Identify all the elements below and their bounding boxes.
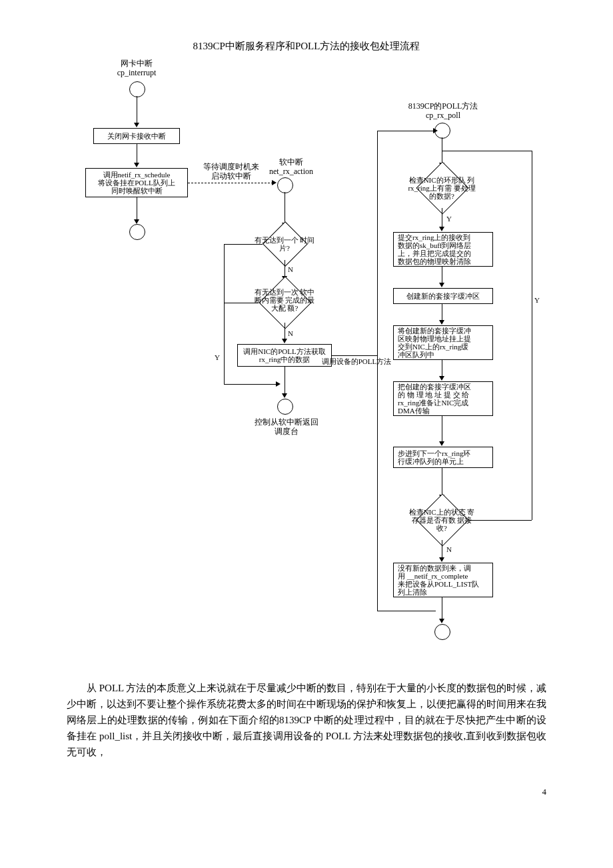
box-submit-rx-ring: 提交rx_ring上的接收到 数据的sk_buff到网络层 上，并且把完成提交的… bbox=[393, 232, 493, 267]
diamond-check-status: 检查NIC上的状态 寄存器是否有数 据接收? bbox=[413, 500, 470, 540]
connector-dashed bbox=[188, 183, 273, 183]
label-text: 网卡中断 bbox=[121, 59, 153, 68]
flowchart-diagram: 8139CP中断服务程序和POLL方法的接收包处理流程 网卡中断 cp_inte… bbox=[67, 40, 546, 667]
edge-y: Y bbox=[215, 353, 220, 361]
label-func: cp_interrupt bbox=[117, 68, 157, 77]
poll-label: 8139CP的POLL方法 cp_rx_poll bbox=[396, 101, 490, 121]
terminator-end-1 bbox=[129, 224, 145, 240]
diagram-title: 8139CP中断服务程序和POLL方法的接收包处理流程 bbox=[167, 40, 446, 53]
terminator-mid bbox=[277, 399, 293, 415]
connector bbox=[285, 367, 285, 395]
arrow-icon bbox=[282, 393, 287, 398]
label-text: 8139CP的POLL方法 bbox=[408, 101, 478, 111]
connector bbox=[442, 208, 442, 228]
box-no-new-data: 没有新的数据到来，调 用 __netif_rx_complete 来把设备从PO… bbox=[393, 563, 493, 597]
connector bbox=[137, 197, 137, 221]
connector bbox=[224, 244, 263, 245]
connector bbox=[285, 260, 285, 277]
connector bbox=[442, 360, 442, 377]
connector bbox=[532, 151, 532, 520]
connector bbox=[377, 131, 436, 131]
connector bbox=[137, 96, 137, 124]
box-netif-rx-schedule: 调用netif_rx_schedule 将设备挂在POLL队列上 同时唤醒软中断 bbox=[85, 168, 188, 197]
arrow-icon bbox=[439, 619, 444, 623]
arrow-icon bbox=[439, 376, 444, 381]
edge-n: N bbox=[288, 329, 293, 337]
body-paragraph: 从 POLL 方法的本质意义上来说就在于尽量减少中断的数目，特别在于大量的小长度… bbox=[67, 680, 546, 760]
connector bbox=[332, 355, 377, 356]
nic-interrupt-label: 网卡中断 cp_interrupt bbox=[103, 59, 170, 78]
softirq-label: 软中断 net_rx_action bbox=[255, 157, 328, 177]
terminator-start-2 bbox=[277, 177, 293, 193]
softirq-return-label: 控制从软中断返回 调度台 bbox=[247, 417, 326, 437]
connector bbox=[377, 131, 378, 611]
connector bbox=[224, 303, 259, 303]
page-number: 4 bbox=[67, 787, 546, 797]
label-text: 软中断 bbox=[279, 157, 303, 167]
arrow-icon bbox=[272, 180, 277, 185]
connector bbox=[469, 520, 532, 521]
terminator-start-1 bbox=[129, 81, 145, 97]
box-step-next: 步进到下一个rx_ring环 行缓冲队列的单元上 bbox=[393, 447, 493, 468]
connector bbox=[442, 540, 442, 559]
connector bbox=[285, 192, 285, 224]
connector bbox=[224, 244, 225, 384]
arrow-icon bbox=[433, 128, 438, 133]
connector bbox=[224, 384, 277, 385]
call-poll-label: 调用设备的POLL方法 bbox=[313, 357, 400, 366]
arrow-icon bbox=[439, 557, 444, 562]
arrow-icon bbox=[134, 163, 139, 167]
diamond-check-rx-ring: 检查NIC的环形队 列rx_ring上有需 要处理的数据? bbox=[412, 168, 472, 208]
terminator-end-3 bbox=[434, 624, 450, 640]
edge-y: Y bbox=[534, 296, 540, 304]
box-submit-phys: 把创建的套接字缓冲区 的 物 理 地 址 提 交 给 rx_ring准备让NIC… bbox=[393, 381, 493, 416]
arrow-icon bbox=[439, 441, 444, 446]
diamond-timeslice: 有无达到一个 时间片? bbox=[261, 228, 308, 261]
connector bbox=[285, 323, 285, 340]
edge-n: N bbox=[288, 265, 293, 273]
label-func: cp_rx_poll bbox=[426, 111, 460, 120]
box-map-skb: 将创建新的套接字缓冲 区映射物理地址挂上提 交到NIC上的rx_ring缓 冲区… bbox=[393, 325, 493, 360]
connector bbox=[377, 611, 436, 611]
arrow-icon bbox=[439, 320, 444, 325]
connector bbox=[442, 151, 532, 151]
box-create-skb: 创建新的套接字缓冲区 bbox=[393, 288, 493, 304]
connector bbox=[442, 304, 442, 321]
arrow-icon bbox=[134, 219, 139, 224]
arrow-icon bbox=[276, 381, 281, 387]
connector bbox=[442, 416, 442, 443]
connector bbox=[442, 597, 442, 620]
box-close-rx: 关闭网卡接收中断 bbox=[93, 128, 180, 144]
connector bbox=[442, 468, 442, 496]
edge-y: Y bbox=[446, 215, 452, 223]
arrow-icon bbox=[282, 339, 287, 343]
arrow-icon bbox=[439, 227, 444, 231]
arrow-icon bbox=[439, 283, 444, 287]
edge-n: N bbox=[446, 545, 452, 553]
diamond-max-quota: 有无达到一次 软中断内需要 完成的最大配 额? bbox=[257, 281, 312, 325]
label-func: net_rx_action bbox=[269, 167, 313, 176]
connector bbox=[137, 144, 137, 164]
arrow-icon bbox=[134, 123, 139, 127]
connector bbox=[442, 267, 442, 284]
